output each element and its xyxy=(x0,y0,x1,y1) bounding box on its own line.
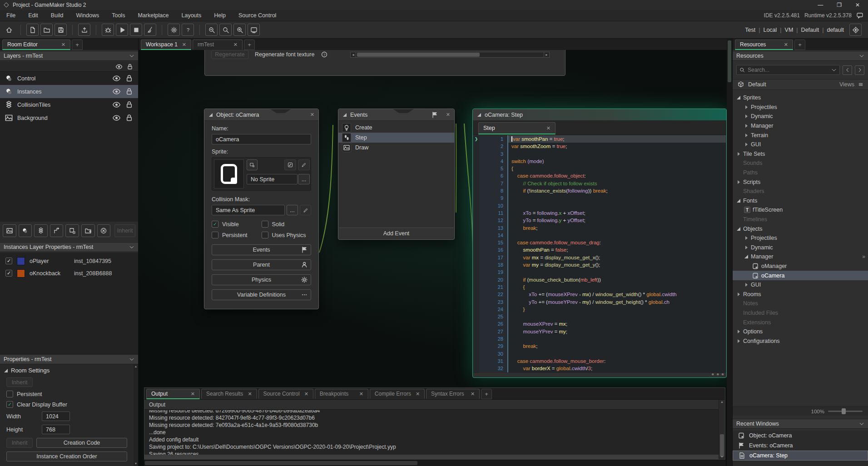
resource-sprites[interactable]: Sprites xyxy=(733,93,868,103)
instance-color-swatch[interactable] xyxy=(17,269,25,278)
collapsed-arrow-icon[interactable] xyxy=(744,245,749,250)
scroll-up-icon[interactable]: ▲ xyxy=(719,400,725,404)
code-line[interactable]: 25 xyxy=(473,313,726,320)
layer-tool-path-layer-button[interactable] xyxy=(50,224,64,237)
zoom-slider[interactable] xyxy=(828,411,863,412)
resource-scripts[interactable]: Scripts xyxy=(733,177,868,187)
output-tab-search-results[interactable]: Search Results✕ xyxy=(201,389,257,399)
collapsed-arrow-icon[interactable] xyxy=(736,329,741,334)
new-sprite-button[interactable] xyxy=(247,159,258,170)
expanded-arrow-icon[interactable] xyxy=(736,95,741,100)
code-line[interactable]: 5{ xyxy=(473,165,726,172)
target-vm[interactable]: VM xyxy=(785,27,794,33)
code-window-titlebar[interactable]: oCamera: Step xyxy=(473,109,726,121)
collapsed-arrow-icon[interactable] xyxy=(736,180,741,184)
code-line[interactable]: 19 xyxy=(473,268,726,276)
collision-mask-select[interactable]: Same As Sprite xyxy=(212,205,285,215)
checkbox-uses-physics[interactable]: Uses Physics xyxy=(262,232,312,238)
clean-button[interactable] xyxy=(144,24,156,36)
instance-creation-order-button[interactable]: Instance Creation Order xyxy=(6,451,127,461)
parent-button[interactable]: Parent xyxy=(212,259,311,270)
open-folder-button[interactable] xyxy=(40,24,53,36)
collapse-icon[interactable] xyxy=(342,113,347,117)
layer-row-background[interactable]: Background xyxy=(0,111,138,124)
eye-icon[interactable] xyxy=(115,63,123,70)
edit-sprite-button[interactable] xyxy=(284,159,296,170)
code-line[interactable]: 27 mouseYPrev = my; xyxy=(473,328,726,335)
zoom-in-button[interactable] xyxy=(233,24,246,36)
collapsed-arrow-icon[interactable] xyxy=(744,236,749,240)
resource-dynamic[interactable]: Dynamic xyxy=(733,112,868,121)
add-event-button[interactable]: Add Event xyxy=(339,228,454,239)
clear-display-buffer-checkbox[interactable]: ✓ xyxy=(6,401,13,408)
layer-tool-tiles-button[interactable] xyxy=(34,224,48,237)
menu-file[interactable]: File xyxy=(0,10,22,21)
scrollbar-thumb[interactable] xyxy=(357,53,480,57)
close-icon[interactable]: ✕ xyxy=(446,112,450,118)
collapse-icon[interactable] xyxy=(208,113,213,117)
resource-timelines[interactable]: Timelines xyxy=(733,215,868,224)
collapsed-arrow-icon[interactable] xyxy=(744,133,749,138)
resource-tile-sets[interactable]: Tile Sets xyxy=(733,149,868,159)
layer-inherit-button[interactable]: Inherit xyxy=(114,224,135,237)
checkbox-persistent[interactable]: Persistent xyxy=(212,232,262,238)
code-line[interactable]: 23 yTo += (mouseYPrev - my) / window_get… xyxy=(473,298,726,306)
resource-omanager[interactable]: oManager xyxy=(733,262,868,271)
code-line[interactable]: 21 { xyxy=(473,283,726,291)
resource-projectiles[interactable]: Projectiles xyxy=(733,233,868,243)
expanded-arrow-icon[interactable] xyxy=(736,198,741,203)
layer-row-collisiontiles[interactable]: CollisionTiles xyxy=(0,98,138,111)
instance-row-oplayer[interactable]: ✓oPlayerinst_10847395 xyxy=(0,255,138,267)
close-icon[interactable]: ✕ xyxy=(191,391,195,397)
code-line[interactable]: 20 if (mouse_check_button(mb_left)) xyxy=(473,276,726,283)
instance-checkbox[interactable]: ✓ xyxy=(5,258,12,264)
menu-icon[interactable] xyxy=(858,82,863,87)
code-line[interactable]: 7 // Check if object to follow exists xyxy=(473,180,726,187)
sprite-thumbnail[interactable] xyxy=(214,159,244,188)
new-file-button[interactable] xyxy=(26,24,39,36)
resource-dynamic[interactable]: Dynamic xyxy=(733,243,868,253)
code-line[interactable]: 9 xyxy=(473,194,726,202)
menu-help[interactable]: Help xyxy=(208,10,232,21)
resize-grip[interactable]: ● ● ● xyxy=(711,372,724,377)
code-line[interactable]: 6 case cammode.follow_object: xyxy=(473,172,726,179)
code-line[interactable]: 26 mouseXPrev = mx; xyxy=(473,320,726,327)
code-line[interactable]: 15 case cammode.follow_mouse_drag: xyxy=(473,239,726,246)
resource-terrain[interactable]: Terrain xyxy=(733,130,868,140)
lock-icon[interactable] xyxy=(126,63,134,70)
object-window-titlebar[interactable]: Object: oCamera ✕ xyxy=(204,109,318,121)
code-editor[interactable]: ❯1var smoothPan = true;2var smoothZoom =… xyxy=(473,135,726,373)
scroll-down-icon[interactable]: ▼ xyxy=(719,455,725,459)
menu-build[interactable]: Build xyxy=(45,10,70,21)
recent-ocamera-step[interactable]: oCamera: Step xyxy=(733,451,868,461)
code-line[interactable]: 4switch (mode) xyxy=(473,158,726,165)
resource-root-row[interactable]: Default Views xyxy=(733,79,868,90)
code-line[interactable]: 10 xyxy=(473,202,726,209)
layers-header[interactable]: Layers - rmTest xyxy=(0,51,138,61)
events-window-titlebar[interactable]: Events ✕ xyxy=(338,109,454,121)
close-icon[interactable]: ✕ xyxy=(233,42,238,48)
layer-tool-asset-plus-button[interactable] xyxy=(65,224,79,237)
output-tab-compile-errors[interactable]: Compile Errors✕ xyxy=(370,389,425,399)
gear-button[interactable] xyxy=(168,24,180,36)
code-line[interactable]: 24 } xyxy=(473,306,726,313)
target-default[interactable]: default xyxy=(827,27,844,33)
workspace-horizontal-scrollbar[interactable] xyxy=(144,460,726,466)
regenerate-button[interactable]: Regenerate xyxy=(211,50,248,59)
close-icon[interactable]: ✕ xyxy=(61,42,65,48)
add-tab-button[interactable]: + xyxy=(72,40,83,50)
collapsed-arrow-icon[interactable] xyxy=(744,114,749,119)
resource-objects[interactable]: Objects xyxy=(733,224,868,233)
output-tab-output[interactable]: Output✕ xyxy=(146,389,200,399)
resource-manager[interactable]: Manager» xyxy=(733,252,868,262)
checkbox-solid[interactable]: Solid xyxy=(262,221,312,228)
more-indicator-icon[interactable]: » xyxy=(862,253,865,260)
collapsed-arrow-icon[interactable] xyxy=(736,292,741,297)
resource-rooms[interactable]: Rooms xyxy=(733,289,868,299)
event-create[interactable]: Create xyxy=(338,123,454,133)
stop-button[interactable] xyxy=(130,24,142,36)
instance-color-swatch[interactable] xyxy=(17,257,25,265)
layer-tool-folder-add-button[interactable] xyxy=(81,224,95,237)
creation-code-button[interactable]: Creation Code xyxy=(36,438,127,448)
search-prev-button[interactable] xyxy=(843,65,852,75)
